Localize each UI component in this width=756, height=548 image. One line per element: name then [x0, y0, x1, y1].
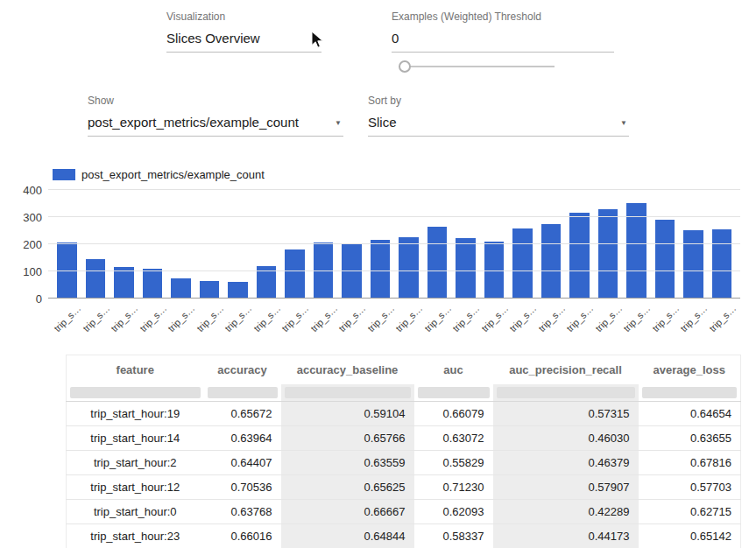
- column-header-average_loss[interactable]: average_loss: [639, 355, 741, 385]
- x-slot: trip_s…: [622, 300, 651, 346]
- bar[interactable]: [399, 237, 419, 299]
- bar[interactable]: [228, 282, 248, 299]
- bar[interactable]: [200, 281, 220, 299]
- metric-cell: 0.62093: [414, 500, 493, 524]
- metric-cell: 0.62715: [639, 500, 741, 524]
- bar[interactable]: [143, 269, 163, 299]
- bar[interactable]: [712, 229, 732, 299]
- slicing-metrics-browser: Visualization Slices Overview ▼ Examples…: [0, 0, 756, 548]
- metric-cell: 0.46379: [493, 451, 639, 475]
- visualization-control: Visualization Slices Overview ▼: [166, 11, 321, 53]
- metric-cell: 0.71230: [414, 475, 493, 500]
- show-label: Show: [88, 95, 343, 107]
- sort-by-dropdown[interactable]: Slice ▼: [368, 107, 629, 137]
- y-tick-label: 300: [23, 211, 42, 224]
- metrics-table: featureaccuracyaccuracy_baselineaucauc_p…: [66, 355, 741, 548]
- column-header-auc_precision_recall[interactable]: auc_precision_recall: [493, 355, 639, 385]
- column-filter-cell: [281, 384, 414, 402]
- threshold-input[interactable]: 0: [392, 23, 614, 53]
- slider-thumb[interactable]: [399, 60, 411, 73]
- bar[interactable]: [342, 244, 362, 299]
- metric-cell: 0.58337: [414, 524, 493, 548]
- metric-cell: 0.59104: [281, 402, 414, 426]
- bar[interactable]: [626, 203, 646, 299]
- x-slot: trip_s…: [110, 300, 138, 346]
- x-slot: trip_s…: [679, 300, 708, 346]
- table-body: trip_start_hour:190.656720.591040.660790…: [67, 384, 741, 548]
- x-axis-label: trip_s…: [507, 303, 538, 334]
- metric-cell: 0.57703: [639, 475, 741, 500]
- bar[interactable]: [655, 220, 675, 299]
- column-filter-input[interactable]: [208, 387, 278, 398]
- x-slot: trip_s…: [195, 300, 224, 346]
- x-axis-label: trip_s…: [138, 303, 168, 334]
- column-header-accuracy[interactable]: accuracy: [204, 355, 281, 385]
- metric-cell: 0.66016: [204, 524, 281, 548]
- bar[interactable]: [541, 224, 562, 299]
- bar[interactable]: [285, 249, 305, 299]
- x-slot: trip_s…: [594, 300, 623, 346]
- slider-track[interactable]: [404, 66, 555, 67]
- chevron-down-icon[interactable]: ▼: [620, 119, 627, 127]
- column-filter-input[interactable]: [70, 387, 201, 398]
- bar[interactable]: [598, 209, 618, 299]
- threshold-label: Examples (Weighted) Threshold: [392, 11, 614, 23]
- x-axis-label: trip_s…: [650, 303, 681, 334]
- x-slot: trip_s…: [565, 300, 594, 346]
- bar[interactable]: [371, 240, 391, 299]
- bars: [48, 190, 740, 299]
- x-slot: trip_s…: [166, 300, 195, 346]
- column-filter-input[interactable]: [642, 387, 738, 398]
- column-header-feature[interactable]: feature: [67, 355, 204, 385]
- column-filter-cell: [493, 384, 639, 402]
- chart-legend: post_export_metrics/example_count: [53, 168, 265, 181]
- column-header-auc[interactable]: auc: [414, 355, 493, 385]
- show-dropdown[interactable]: post_export_metrics/example_count ▼: [88, 107, 343, 137]
- table-row[interactable]: trip_start_hour:190.656720.591040.660790…: [67, 402, 741, 426]
- column-filter-input[interactable]: [497, 387, 635, 398]
- threshold-slider[interactable]: [399, 60, 555, 74]
- table-row[interactable]: trip_start_hour:120.705360.656250.712300…: [67, 475, 741, 500]
- table-row[interactable]: trip_start_hour:20.644070.635590.558290.…: [67, 451, 741, 475]
- bar[interactable]: [512, 228, 533, 299]
- bar[interactable]: [427, 227, 448, 299]
- metric-cell: 0.65625: [281, 475, 414, 500]
- table-row[interactable]: trip_start_hour:00.637680.666670.620930.…: [67, 500, 741, 524]
- x-axis-label: trip_s…: [393, 303, 424, 334]
- x-slot: trip_s…: [651, 300, 680, 346]
- metrics-table-wrap: featureaccuracyaccuracy_baselineaucauc_p…: [66, 355, 740, 548]
- feature-cell: trip_start_hour:0: [67, 500, 204, 524]
- metric-cell: 0.70536: [204, 475, 281, 500]
- legend-label: post_export_metrics/example_count: [81, 168, 265, 181]
- bar[interactable]: [569, 213, 590, 299]
- x-axis-label: trip_s…: [536, 303, 567, 334]
- visualization-dropdown[interactable]: Slices Overview ▼: [166, 23, 321, 53]
- column-header-accuracy_baseline[interactable]: accuracy_baseline: [281, 355, 414, 385]
- bar[interactable]: [86, 259, 106, 299]
- header-row: featureaccuracyaccuracy_baselineaucauc_p…: [67, 355, 741, 385]
- chevron-down-icon[interactable]: ▼: [313, 35, 320, 43]
- feature-cell: trip_start_hour:14: [67, 426, 204, 451]
- visualization-label: Visualization: [166, 11, 321, 23]
- x-slot: trip_s…: [337, 300, 366, 346]
- bar[interactable]: [114, 267, 134, 299]
- show-control: Show post_export_metrics/example_count ▼: [88, 95, 343, 137]
- column-filter-input[interactable]: [418, 387, 490, 398]
- bar[interactable]: [456, 238, 476, 299]
- metric-cell: 0.65672: [204, 402, 281, 426]
- table-row[interactable]: trip_start_hour:230.660160.648440.583370…: [67, 524, 741, 548]
- column-filter-input[interactable]: [285, 387, 411, 398]
- chevron-down-icon[interactable]: ▼: [335, 119, 342, 127]
- legend-swatch: [53, 169, 75, 180]
- x-axis-label: trip_s…: [593, 303, 624, 334]
- bar[interactable]: [171, 278, 191, 299]
- feature-cell: trip_start_hour:23: [67, 524, 204, 548]
- table-row[interactable]: trip_start_hour:140.639640.657660.630720…: [67, 426, 741, 451]
- bar[interactable]: [683, 230, 703, 299]
- metric-cell: 0.65766: [281, 426, 414, 451]
- gridline: [48, 270, 740, 271]
- x-axis-label: trip_s…: [336, 303, 367, 334]
- feature-cell: trip_start_hour:2: [67, 451, 204, 475]
- x-slot: trip_s…: [223, 300, 252, 346]
- metric-cell: 0.65142: [639, 524, 741, 548]
